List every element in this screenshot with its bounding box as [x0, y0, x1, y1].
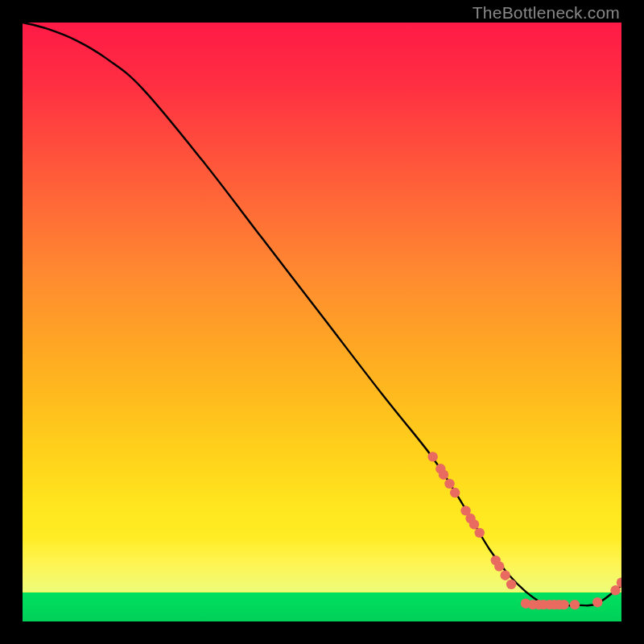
data-marker — [427, 452, 437, 461]
curve-layer — [23, 23, 621, 621]
data-marker — [506, 580, 516, 589]
data-marker — [592, 597, 602, 607]
data-marker — [570, 600, 580, 609]
bottleneck-curve — [23, 23, 621, 605]
chart-frame: TheBottleneck.com — [0, 0, 644, 644]
data-marker — [444, 479, 454, 489]
watermark-text: TheBottleneck.com — [473, 3, 620, 23]
data-marker — [439, 470, 448, 480]
data-marker — [469, 519, 479, 529]
data-marker — [474, 528, 484, 538]
data-marker — [500, 571, 510, 580]
plot-wrap — [23, 23, 621, 621]
marker-group — [427, 452, 621, 609]
data-marker — [450, 488, 460, 497]
data-marker — [559, 600, 568, 609]
data-marker — [494, 561, 504, 571]
